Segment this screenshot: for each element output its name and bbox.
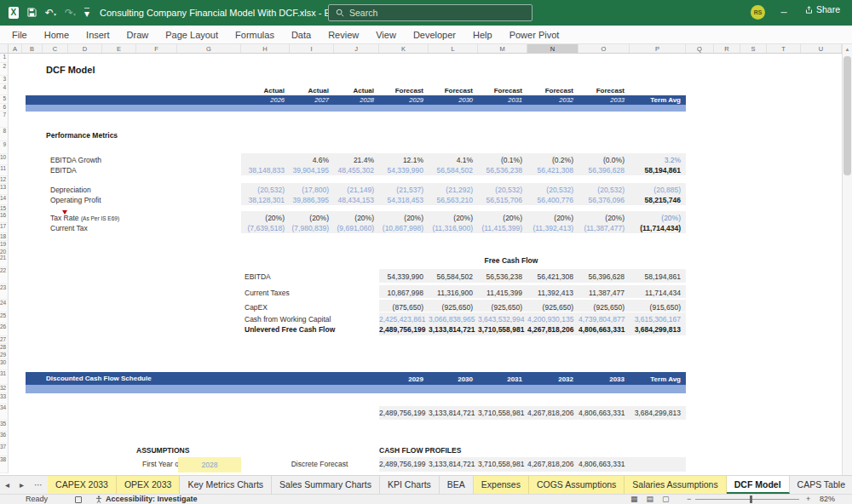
cell[interactable]: (7,980,839) [290, 224, 334, 233]
cell[interactable]: (11,316,900) [429, 224, 478, 233]
accessibility-status[interactable]: Accessibility: Investigate [106, 495, 198, 504]
cell[interactable]: 58,194,861 [630, 272, 686, 282]
cell[interactable]: (9,691,060) [334, 224, 379, 233]
cell[interactable]: 56,536,238 [478, 166, 527, 175]
cell[interactable]: (0.0%) [579, 156, 630, 165]
cell[interactable]: 4.1% [429, 156, 478, 165]
share-button[interactable]: Share [798, 2, 847, 17]
cell[interactable]: 3,066,838,965 [429, 315, 478, 324]
cell[interactable] [241, 156, 290, 165]
cell[interactable]: 3,133,814,721 [429, 409, 478, 418]
ribbon-tab-page-layout[interactable]: Page Layout [157, 26, 227, 44]
ribbon-tab-review[interactable]: Review [320, 26, 367, 44]
cell[interactable]: Actual [334, 86, 379, 94]
vertical-scrollbar-thumb[interactable] [843, 56, 851, 175]
cell[interactable]: (7,639,518) [241, 224, 290, 233]
scroll-up-icon[interactable]: ▲ [843, 44, 852, 54]
cell[interactable]: 56,376,096 [579, 196, 630, 205]
cell[interactable]: (925,650) [478, 303, 527, 312]
cell[interactable]: (20%) [290, 214, 334, 223]
cell[interactable]: 2,489,756,199 [379, 460, 429, 469]
row-header-21[interactable]: 21 [0, 255, 9, 267]
column-header-Q[interactable]: Q [686, 44, 714, 53]
cell[interactable]: (0.1%) [478, 156, 527, 165]
cell[interactable]: 3,615,306,167 [630, 315, 686, 324]
cell[interactable] [630, 86, 686, 94]
cell[interactable]: (20%) [630, 214, 686, 223]
redo-button[interactable]: ↷▾ [65, 8, 76, 18]
cell[interactable]: Forecast [527, 86, 579, 94]
cell[interactable]: 11,387,477 [579, 289, 630, 298]
normal-view-icon[interactable]: ▦ [630, 495, 638, 504]
cell[interactable]: 10,867,998 [379, 289, 429, 298]
cell[interactable]: (915,650) [630, 303, 686, 312]
sheet-tab-kpi-charts[interactable]: KPI Charts [380, 476, 440, 494]
cell[interactable]: 56,584,502 [429, 166, 478, 175]
cell[interactable]: 3.2% [630, 156, 686, 165]
cell[interactable]: 54,339,990 [379, 166, 429, 175]
row-header-27[interactable]: 27 [0, 336, 9, 344]
assumptions-heading[interactable]: ASSUMPTIONS [136, 446, 189, 455]
cell[interactable]: 3,133,814,721 [429, 325, 478, 335]
column-header-L[interactable]: L [429, 44, 478, 53]
cell[interactable]: 2,489,756,199 [379, 409, 429, 418]
cell[interactable]: 11,714,434 [630, 289, 686, 298]
cell[interactable]: 56,400,776 [527, 196, 579, 205]
cell[interactable]: 54,318,453 [379, 196, 429, 205]
row-label[interactable]: Depreciation [50, 186, 91, 195]
cell[interactable]: 3,684,299,813 [630, 325, 686, 335]
select-all-corner[interactable] [0, 44, 9, 54]
undo-button[interactable]: ↶▾ [45, 8, 56, 18]
cell[interactable]: 4,739,804,877 [579, 315, 630, 324]
cell[interactable]: 56,421,308 [527, 166, 579, 175]
row-header-9[interactable]: 9 [0, 141, 9, 154]
cell[interactable]: (21,149) [334, 186, 379, 195]
ribbon-tab-power-pivot[interactable]: Power Pivot [501, 26, 568, 44]
row-header-15[interactable]: 15 [0, 205, 9, 212]
sheet-title-cell[interactable]: DCF Model [46, 65, 95, 75]
page-break-view-icon[interactable]: ▢ [662, 495, 670, 504]
row-header-1[interactable]: 1 [0, 54, 9, 63]
cell[interactable]: (0.2%) [527, 156, 579, 165]
column-header-A[interactable]: A [9, 44, 22, 53]
cell[interactable]: 48,455,302 [334, 166, 379, 175]
row-label[interactable]: EBITDA Growth [50, 156, 101, 165]
zoom-in-button[interactable]: + [806, 495, 810, 504]
row-label[interactable]: CapEX [245, 303, 268, 312]
save-icon[interactable] [27, 8, 37, 19]
cell[interactable]: (925,650) [527, 303, 579, 312]
cell[interactable]: (21,292) [429, 186, 478, 195]
cell[interactable]: 48,434,153 [334, 196, 379, 205]
cell[interactable]: 4,267,818,206 [527, 460, 579, 469]
sheet-tab-opex-2033[interactable]: OPEX 2033 [117, 476, 180, 494]
cell[interactable]: (20%) [527, 214, 579, 223]
row-header-36[interactable]: 36 [0, 432, 9, 444]
row-header-23[interactable]: 23 [0, 284, 9, 300]
cell[interactable]: Forecast [379, 86, 429, 94]
cell[interactable]: 39,904,195 [290, 166, 334, 175]
row-label[interactable]: EBITDA [245, 272, 271, 282]
cell[interactable]: 4,267,818,206 [527, 325, 579, 335]
cell[interactable]: Term Avg [630, 375, 686, 384]
cell[interactable]: 2,489,756,199 [379, 325, 429, 335]
cell[interactable] [630, 460, 686, 469]
sheet-tab-cogs-assumptions[interactable]: COGS Assumptions [529, 476, 625, 494]
cell[interactable]: Forecast [478, 86, 527, 94]
cell[interactable]: (875,650) [379, 303, 429, 312]
cell[interactable]: 2032 [527, 375, 579, 384]
column-header-N[interactable]: N [527, 44, 579, 53]
cell[interactable]: 58,215,746 [630, 196, 686, 205]
row-header-19[interactable]: 19 [0, 241, 9, 249]
row-label[interactable]: Unlevered Free Cash Flow [245, 325, 335, 335]
cell[interactable]: 56,515,706 [478, 196, 527, 205]
row-header-35[interactable]: 35 [0, 421, 9, 432]
ribbon-tab-draw[interactable]: Draw [118, 26, 158, 44]
cell[interactable]: 56,396,628 [579, 272, 630, 282]
ribbon-tab-view[interactable]: View [367, 26, 405, 44]
cell[interactable]: (21,537) [379, 186, 429, 195]
cell[interactable]: 4,806,663,331 [579, 460, 630, 469]
sheet-tab-bea[interactable]: BEA [440, 476, 474, 494]
ribbon-tab-file[interactable]: File [0, 26, 36, 44]
sheet-tab-dcf-model[interactable]: DCF Model [727, 476, 790, 494]
column-header-G[interactable]: G [177, 44, 241, 53]
